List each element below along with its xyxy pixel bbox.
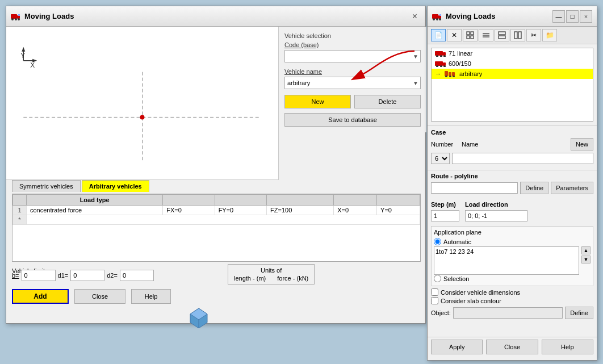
- fx-cell[interactable]: FX=0: [163, 206, 215, 215]
- vehicle-icon-71: [435, 50, 446, 57]
- empty-cell: [27, 215, 420, 225]
- name-label: Name: [462, 141, 490, 148]
- y-cell[interactable]: Y=0: [377, 206, 420, 215]
- table-row-empty: *: [13, 215, 420, 225]
- vehicle-name-arbitrary: arbitrary: [459, 70, 482, 77]
- col-fz-header: [267, 195, 334, 206]
- vehicle-panel: Vehicle selection Code (base) ▼ Vehicle …: [279, 27, 426, 132]
- radio-automatic[interactable]: [434, 238, 441, 245]
- svg-rect-23: [467, 32, 470, 35]
- svg-rect-33: [518, 32, 521, 39]
- vehicle-dimensions-checkbox[interactable]: [431, 288, 438, 296]
- step-input[interactable]: [431, 210, 459, 221]
- svg-rect-25: [467, 36, 470, 39]
- object-input[interactable]: [453, 307, 563, 319]
- tab-symmetric[interactable]: Symmetric vehicles: [12, 180, 81, 192]
- row-number: 1: [13, 206, 27, 215]
- new-vehicle-button[interactable]: New: [284, 95, 351, 108]
- col-fx-header: [163, 195, 215, 206]
- close-button[interactable]: Close: [74, 289, 125, 304]
- app-plane-label: Application plane: [434, 229, 591, 236]
- main-title: Moving Loads: [11, 12, 74, 20]
- main-title-text: Moving Loads: [24, 12, 74, 20]
- vehicle-item-71linear[interactable]: 71 linear: [432, 48, 593, 58]
- second-help-btn[interactable]: Help: [542, 340, 593, 354]
- svg-point-4: [15, 18, 17, 20]
- vehicle-name-600: 600/150: [449, 60, 471, 67]
- radio-selection[interactable]: [434, 275, 441, 282]
- col-loadtype-header: Load type: [27, 195, 163, 206]
- toolbar-cut-btn[interactable]: ✂: [526, 29, 541, 41]
- svg-rect-34: [435, 51, 443, 56]
- truck-icon: [11, 12, 21, 20]
- toolbar-grid1-btn[interactable]: [463, 29, 478, 41]
- svg-rect-31: [499, 36, 505, 39]
- load-table-inner: Load type 1 concentrated force FX=0 FY=0…: [12, 194, 420, 225]
- svg-rect-17: [432, 14, 438, 19]
- object-row: Object: Define: [431, 307, 593, 319]
- define-button[interactable]: Define: [520, 182, 548, 194]
- table-row: 1 concentrated force FX=0 FY=0 FZ=100 X=…: [13, 206, 420, 215]
- toolbar-grid3-btn[interactable]: [495, 29, 509, 41]
- fz-cell[interactable]: FZ=100: [267, 206, 334, 215]
- scroll-down-button[interactable]: ▼: [581, 256, 591, 263]
- toolbar-new-btn[interactable]: 📄: [431, 29, 446, 41]
- radio-automatic-label: Automatic: [443, 239, 471, 245]
- second-close-btn[interactable]: Close: [486, 340, 538, 354]
- scroll-buttons: ▲ ▼: [581, 246, 591, 263]
- svg-rect-45: [449, 72, 451, 76]
- tab-arbitrary[interactable]: Arbitrary vehicles: [82, 180, 149, 192]
- vehicle-icon-arbitrary: [445, 70, 457, 77]
- second-close-button[interactable]: ×: [580, 10, 592, 23]
- d2-input[interactable]: [120, 270, 154, 281]
- main-close-button[interactable]: ×: [409, 10, 421, 23]
- code-label: Code (base): [284, 41, 421, 48]
- case-name-input[interactable]: [452, 153, 593, 164]
- case-section: Case Number Name New 6: [428, 125, 597, 170]
- svg-point-22: [439, 18, 441, 20]
- fy-cell[interactable]: FY=0: [215, 206, 266, 215]
- apply-button[interactable]: Apply: [431, 340, 483, 354]
- svg-point-3: [11, 18, 14, 20]
- load-type-cell[interactable]: concentrated force: [27, 206, 163, 215]
- object-label: Object:: [431, 309, 451, 316]
- b-input[interactable]: [22, 270, 56, 281]
- vehicle-action-buttons: New Delete: [284, 95, 421, 108]
- save-to-database-button[interactable]: Save to database: [284, 113, 421, 127]
- add-button[interactable]: Add: [12, 289, 69, 304]
- grid3-icon: [498, 31, 506, 39]
- vehicle-item-600150[interactable]: 600/150: [432, 58, 593, 69]
- help-button[interactable]: Help: [131, 289, 171, 304]
- maximize-button[interactable]: □: [566, 10, 579, 23]
- svg-point-20: [433, 18, 435, 20]
- load-direction-input[interactable]: [465, 210, 527, 221]
- code-combo[interactable]: [284, 50, 421, 62]
- case-new-button[interactable]: New: [571, 138, 593, 150]
- minimize-button[interactable]: —: [552, 10, 565, 23]
- object-define-button[interactable]: Define: [565, 307, 593, 319]
- vehicle-name-combo[interactable]: arbitrary: [284, 77, 421, 89]
- case-number-select[interactable]: 6: [431, 153, 450, 164]
- b-label: b=: [12, 272, 19, 279]
- toolbar-grid2-btn[interactable]: [479, 29, 493, 41]
- parameters-button[interactable]: Parameters: [551, 182, 593, 194]
- step-group: Step (m): [431, 201, 459, 221]
- col-x-header: [334, 195, 377, 206]
- vehicle-item-arbitrary[interactable]: → arbitrary: [432, 69, 593, 79]
- toolbar-delete-btn[interactable]: ✕: [447, 29, 462, 41]
- route-input[interactable]: [431, 182, 518, 194]
- toolbar-grid4-btn[interactable]: [510, 29, 525, 41]
- toolbar-folder-btn[interactable]: 📁: [542, 29, 557, 41]
- grid2-icon: [482, 31, 490, 39]
- x-cell[interactable]: X=0: [334, 206, 377, 215]
- svg-rect-44: [445, 71, 448, 76]
- svg-rect-24: [471, 32, 474, 35]
- delete-vehicle-button[interactable]: Delete: [354, 95, 421, 108]
- d1-input[interactable]: [70, 270, 104, 281]
- load-table: Load type 1 concentrated force FX=0 FY=0…: [12, 194, 421, 262]
- scroll-up-button[interactable]: ▲: [581, 246, 591, 254]
- slab-contour-checkbox[interactable]: [431, 297, 438, 304]
- action-buttons: Add Close Help: [12, 289, 421, 304]
- app-plane-list[interactable]: 1to7 12 23 24: [434, 246, 579, 275]
- svg-rect-19: [439, 14, 441, 16]
